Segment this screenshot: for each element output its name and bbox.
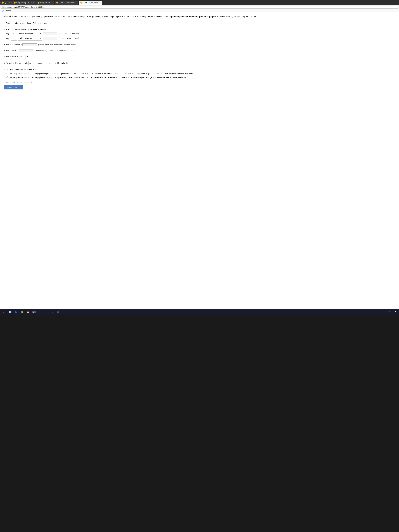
tab-chapter9-hypothesis-2[interactable]: Chapter 9: Hypothesis ✕ bbox=[55, 1, 78, 5]
chevron-down-icon: ▾ bbox=[13, 37, 14, 40]
edge-browser-button[interactable] bbox=[13, 310, 19, 315]
q2-number: 2. bbox=[4, 28, 5, 31]
question-help: Question Help: ✉ Message instructor bbox=[4, 81, 395, 83]
question-4: 4. The p-value = (Please show your answe… bbox=[4, 49, 395, 52]
start-button[interactable]: ○ bbox=[1, 310, 6, 315]
svg-rect-0 bbox=[9, 311, 10, 312]
notification-badge-button[interactable]: 99+ bbox=[32, 310, 37, 315]
q7-label: As such, the final conclusion is that ..… bbox=[6, 68, 39, 71]
h0-select1[interactable]: ? ▾ bbox=[11, 32, 17, 36]
h0-row: H0: ? ▾ Select an answer ▾ (please enter… bbox=[6, 32, 395, 36]
svg-rect-1 bbox=[10, 311, 11, 312]
h0-select2[interactable]: Select an answer ▾ bbox=[18, 32, 42, 36]
address-bar-row bbox=[0, 5, 399, 9]
close-tab-2[interactable]: ✕ bbox=[33, 2, 34, 4]
q6-label-end: the null hypothesis. bbox=[51, 62, 68, 64]
message-instructor-link[interactable]: Message instructor bbox=[19, 81, 35, 83]
q6-label: Based on this, we should bbox=[6, 62, 28, 64]
q5-select-text: ? bbox=[19, 55, 21, 58]
q4-number: 4. bbox=[4, 50, 5, 52]
h1-select1[interactable]: ? ▾ bbox=[11, 36, 17, 40]
q7-option1[interactable]: The sample data suggest that the populat… bbox=[6, 72, 395, 75]
q7-number: 7. bbox=[4, 68, 5, 71]
tab-chapter9-hypothesis-3[interactable]: Chapter 9: Hypothesis ✕ bbox=[79, 1, 102, 5]
chevron-down-icon: ▾ bbox=[40, 32, 41, 35]
svg-rect-2 bbox=[9, 312, 10, 313]
h1-row: H1: ? ▾ Select an answer ▾ (Please enter… bbox=[6, 36, 395, 40]
browser-chrome: 8_10 ✕ Chapter 9: Hypothesis ✕ Chapter 9… bbox=[0, 0, 399, 13]
q3-hint: (please show your answer to 3 decimal pl… bbox=[38, 44, 77, 46]
close-tab-1[interactable]: ✕ bbox=[9, 2, 10, 4]
h1-select2[interactable]: Select an answer ▾ bbox=[18, 36, 42, 40]
close-tab-3[interactable]: ✕ bbox=[51, 2, 52, 4]
q3-number: 3. bbox=[4, 44, 5, 46]
app1-button[interactable]: ✦ bbox=[38, 310, 43, 315]
app4-button[interactable] bbox=[56, 310, 61, 315]
q1-number: 1. bbox=[4, 22, 5, 24]
app3-button[interactable]: ✕ bbox=[50, 310, 55, 315]
q6-select-text: Select an answer bbox=[29, 62, 44, 65]
q3-input[interactable] bbox=[22, 43, 37, 46]
h0-value-input[interactable] bbox=[43, 32, 57, 35]
notification-count: 99+ bbox=[32, 311, 36, 313]
h1-select1-text: ? bbox=[12, 37, 13, 40]
tab-chapter9-hypothesis-1[interactable]: Chapter 9: Hypothesis ✕ bbox=[12, 1, 36, 5]
q7-option1-text: The sample data suggest that the populat… bbox=[9, 72, 193, 75]
q6-select[interactable]: Select an answer ▾ bbox=[29, 61, 51, 65]
envelope-icon: ✉ bbox=[17, 81, 18, 83]
close-tab-4[interactable]: ✕ bbox=[75, 2, 76, 4]
close-tab-5[interactable]: ✕ bbox=[99, 2, 101, 4]
tab-bar: 8_10 ✕ Chapter 9: Hypothesis ✕ Chapter 9… bbox=[0, 0, 399, 5]
file-explorer-button[interactable] bbox=[25, 310, 31, 315]
radio-circle-2 bbox=[6, 76, 8, 78]
q2-label: The null and alternative hypotheses woul… bbox=[6, 28, 46, 31]
q7-option2[interactable]: The sample data suggest that the populat… bbox=[6, 76, 395, 79]
question-help-label: Question Help: bbox=[4, 81, 16, 83]
q1-select[interactable]: Select an answer ▾ bbox=[32, 21, 56, 25]
help-button[interactable]: ? bbox=[386, 310, 392, 315]
q1-label: For this study, we should use bbox=[6, 22, 32, 24]
address-bar-input[interactable] bbox=[1, 6, 398, 9]
tab-icon bbox=[2, 2, 4, 4]
h1-label: H1: bbox=[6, 36, 10, 40]
q4-input[interactable] bbox=[19, 49, 33, 52]
q5-label: The p-value is bbox=[6, 56, 18, 58]
h1-select2-text: Select an answer bbox=[19, 37, 33, 40]
tab-chapter9-test[interactable]: Chapter 9 Test ✕ bbox=[36, 1, 54, 5]
question-5: 5. The p-value is ? ▾ α bbox=[4, 55, 395, 59]
taskbar: ○ 99+ ✦ ƒ ✕ bbox=[0, 309, 399, 315]
app2-button[interactable]: ƒ bbox=[44, 310, 49, 315]
weather-button[interactable]: ☂ bbox=[393, 310, 398, 315]
svg-rect-5 bbox=[21, 311, 22, 312]
translate-bar: 🌐 Translate bbox=[0, 9, 399, 13]
submit-button[interactable]: Submit Question bbox=[4, 85, 23, 89]
tab-icon-active bbox=[80, 2, 82, 4]
tab-icon bbox=[38, 2, 39, 4]
question-2: 2. The null and alternative hypotheses w… bbox=[4, 28, 395, 40]
radio-circle-1 bbox=[6, 73, 8, 74]
q4-hint: (Please show your answer to 4 decimal pl… bbox=[34, 50, 74, 52]
windows-grid-button[interactable] bbox=[19, 310, 25, 315]
chevron-down-icon: ▾ bbox=[21, 56, 22, 58]
svg-rect-8 bbox=[22, 312, 23, 313]
question-3: 3. The test statistic = (please show you… bbox=[4, 43, 395, 46]
h1-value-input[interactable] bbox=[43, 37, 57, 40]
q3-label: The test statistic = bbox=[6, 44, 22, 46]
tab-icon bbox=[56, 2, 58, 4]
task-view-button[interactable] bbox=[7, 310, 13, 315]
question-1: 1. For this study, we should use Select … bbox=[4, 21, 395, 25]
chevron-down-icon: ▾ bbox=[54, 22, 55, 25]
svg-rect-7 bbox=[21, 312, 22, 313]
h0-hint: (please enter a decimal) bbox=[59, 32, 79, 35]
q5-select[interactable]: ? ▾ bbox=[19, 55, 25, 59]
chevron-down-icon: ▾ bbox=[13, 32, 14, 35]
tab-8-10[interactable]: 8_10 ✕ bbox=[0, 1, 12, 5]
q5-alpha: α bbox=[26, 56, 28, 58]
translate-label: Translate bbox=[5, 10, 12, 12]
page-content: A school reports that 83% of its graduat… bbox=[0, 13, 399, 309]
tab-icon bbox=[14, 2, 16, 4]
q7-option2-text: The sample data suggest that the populat… bbox=[9, 76, 186, 79]
svg-rect-10 bbox=[27, 312, 29, 313]
svg-rect-3 bbox=[10, 312, 11, 313]
question-6: 6. Based on this, we should Select an an… bbox=[4, 61, 395, 65]
